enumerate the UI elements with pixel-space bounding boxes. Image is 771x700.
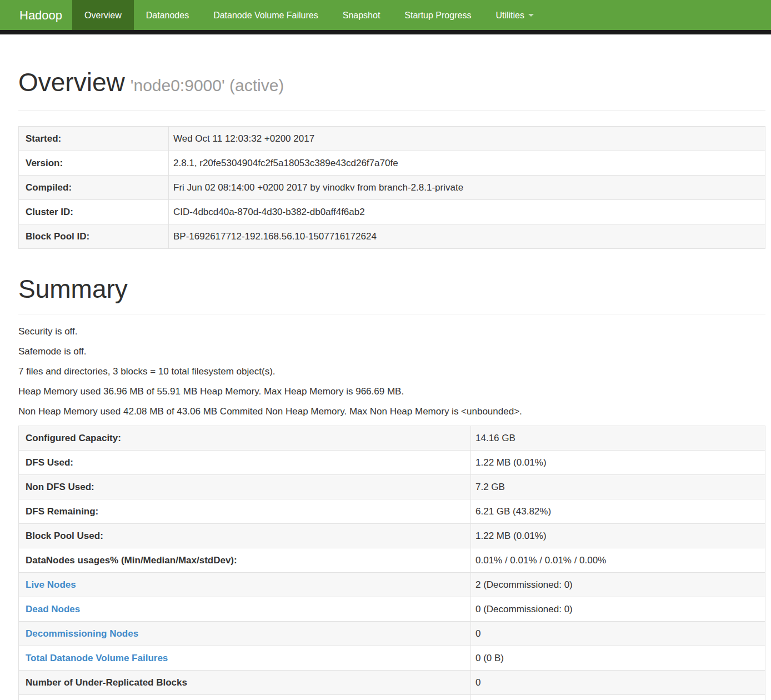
row-value: 1.22 MB (0.01%) (471, 451, 765, 475)
row-value: 0 (471, 622, 765, 646)
page-title-text: Overview (18, 68, 125, 97)
table-row: Number of Blocks Pending Deletion 0 (19, 695, 765, 700)
chevron-down-icon (528, 14, 534, 17)
row-value: 0.01% / 0.01% / 0.01% / 0.00% (471, 548, 765, 573)
page-title: Overview'node0:9000' (active) (18, 68, 765, 100)
row-value: 1.22 MB (0.01%) (471, 524, 765, 548)
tab-datanodes[interactable]: Datanodes (134, 0, 201, 30)
row-label: Cluster ID: (19, 200, 169, 224)
row-label: Configured Capacity: (19, 426, 471, 451)
row-label: DFS Used: (19, 451, 471, 475)
row-label: Version: (19, 151, 169, 176)
page-title-subtitle: 'node0:9000' (active) (131, 76, 284, 94)
table-row: Block Pool Used: 1.22 MB (0.01%) (19, 524, 765, 548)
row-value: 0 (0 B) (471, 646, 765, 671)
row-value: 2 (Decommissioned: 0) (471, 573, 765, 597)
row-label: Decommissioning Nodes (19, 622, 471, 646)
safemode-status-text: Safemode is off. (18, 346, 765, 357)
heap-memory-text: Heap Memory used 36.96 MB of 55.91 MB He… (18, 386, 765, 397)
tab-snapshot[interactable]: Snapshot (331, 0, 393, 30)
live-nodes-link[interactable]: Live Nodes (26, 579, 76, 590)
non-heap-memory-text: Non Heap Memory used 42.08 MB of 43.06 M… (18, 406, 765, 417)
table-row: Started: Wed Oct 11 12:03:32 +0200 2017 (19, 127, 765, 151)
row-label: DataNodes usages% (Min/Median/Max/stdDev… (19, 548, 471, 573)
row-label: Number of Blocks Pending Deletion (19, 695, 471, 700)
brand-hadoop[interactable]: Hadoop (0, 0, 72, 30)
filesystem-objects-text: 7 files and directories, 3 blocks = 10 t… (18, 366, 765, 377)
table-row: Configured Capacity: 14.16 GB (19, 426, 765, 451)
row-value: BP-1692617712-192.168.56.10-150771617262… (169, 224, 765, 249)
row-value: CID-4dbcd40a-870d-4d30-b382-db0aff4f6ab2 (169, 200, 765, 224)
summary-section-header: Summary (18, 274, 765, 314)
row-label: DFS Remaining: (19, 499, 471, 524)
tab-overview[interactable]: Overview (72, 0, 134, 30)
overview-section-header: Overview'node0:9000' (active) (18, 68, 765, 111)
summary-stats-table: Configured Capacity: 14.16 GB DFS Used: … (18, 426, 765, 700)
navbar: Hadoop Overview Datanodes Datanode Volum… (0, 0, 771, 30)
row-value: Wed Oct 11 12:03:32 +0200 2017 (169, 127, 765, 151)
table-row: Total Datanode Volume Failures 0 (0 B) (19, 646, 765, 671)
row-label: Non DFS Used: (19, 475, 471, 499)
dead-nodes-link[interactable]: Dead Nodes (26, 604, 80, 614)
page-content: Overview'node0:9000' (active) Started: W… (18, 68, 765, 700)
summary-paragraphs: Security is off. Safemode is off. 7 file… (18, 326, 765, 417)
table-row: Cluster ID: CID-4dbcd40a-870d-4d30-b382-… (19, 200, 765, 224)
table-row: Compiled: Fri Jun 02 08:14:00 +0200 2017… (19, 176, 765, 200)
table-row: Version: 2.8.1, r20fe5304904fc2f5a18053c… (19, 151, 765, 176)
total-datanode-volume-failures-link[interactable]: Total Datanode Volume Failures (26, 653, 168, 663)
row-value: Fri Jun 02 08:14:00 +0200 2017 by vinodk… (169, 176, 765, 200)
row-label: Block Pool ID: (19, 224, 169, 249)
tab-utilities[interactable]: Utilities (483, 0, 546, 30)
table-row: DFS Remaining: 6.21 GB (43.82%) (19, 499, 765, 524)
table-row: Live Nodes 2 (Decommissioned: 0) (19, 573, 765, 597)
table-row: Non DFS Used: 7.2 GB (19, 475, 765, 499)
row-label: Dead Nodes (19, 597, 471, 622)
row-label: Total Datanode Volume Failures (19, 646, 471, 671)
row-label: Block Pool Used: (19, 524, 471, 548)
row-value: 7.2 GB (471, 475, 765, 499)
table-row: DFS Used: 1.22 MB (0.01%) (19, 451, 765, 475)
tab-startup-progress[interactable]: Startup Progress (392, 0, 483, 30)
table-row: Number of Under-Replicated Blocks 0 (19, 671, 765, 695)
security-status-text: Security is off. (18, 326, 765, 337)
row-label: Number of Under-Replicated Blocks (19, 671, 471, 695)
summary-title: Summary (18, 274, 765, 304)
row-label: Compiled: (19, 176, 169, 200)
tab-utilities-label: Utilities (495, 9, 524, 21)
table-row: DataNodes usages% (Min/Median/Max/stdDev… (19, 548, 765, 573)
row-value: 14.16 GB (471, 426, 765, 451)
row-value: 6.21 GB (43.82%) (471, 499, 765, 524)
decommissioning-nodes-link[interactable]: Decommissioning Nodes (26, 628, 138, 639)
table-row: Dead Nodes 0 (Decommissioned: 0) (19, 597, 765, 622)
table-row: Block Pool ID: BP-1692617712-192.168.56.… (19, 224, 765, 249)
row-value: 0 (Decommissioned: 0) (471, 597, 765, 622)
overview-info-table: Started: Wed Oct 11 12:03:32 +0200 2017 … (18, 126, 765, 249)
tab-datanode-volume-failures[interactable]: Datanode Volume Failures (201, 0, 331, 30)
row-label: Live Nodes (19, 573, 471, 597)
row-value: 0 (471, 695, 765, 700)
row-label: Started: (19, 127, 169, 151)
table-row: Decommissioning Nodes 0 (19, 622, 765, 646)
row-value: 0 (471, 671, 765, 695)
row-value: 2.8.1, r20fe5304904fc2f5a18053c389e43cd2… (169, 151, 765, 176)
navbar-bottom-strip (0, 30, 771, 34)
